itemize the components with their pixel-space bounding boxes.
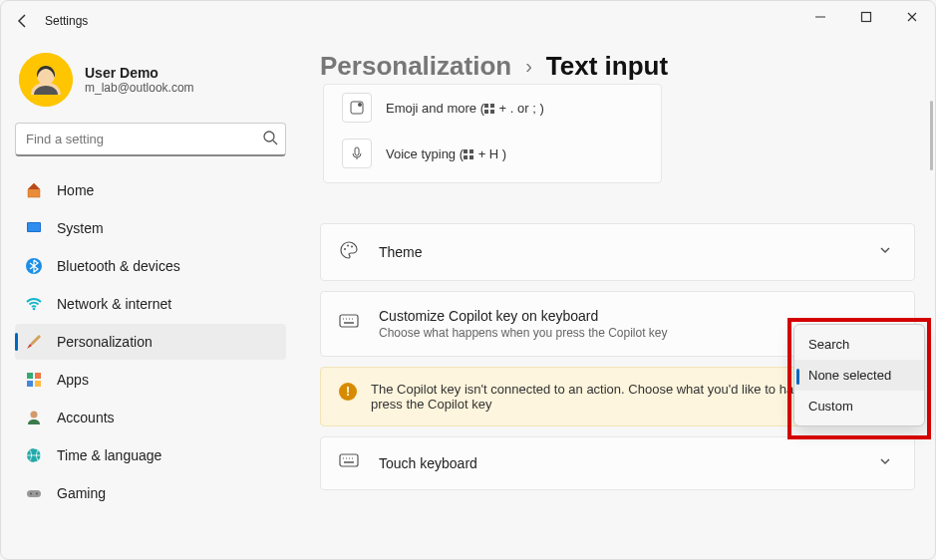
nav-accounts[interactable]: Accounts <box>15 400 286 435</box>
close-button[interactable] <box>889 1 935 33</box>
dropdown-option-custom[interactable]: Custom <box>794 391 924 421</box>
back-button[interactable] <box>7 5 39 37</box>
nav-gaming[interactable]: Gaming <box>15 475 286 511</box>
svg-point-16 <box>30 493 32 495</box>
window-controls <box>797 1 935 33</box>
nav-label: Gaming <box>57 485 106 501</box>
svg-rect-9 <box>27 373 33 379</box>
setting-title: Touch keyboard <box>379 455 856 471</box>
nav-label: System <box>57 220 104 236</box>
brush-icon <box>25 333 43 351</box>
nav-system[interactable]: System <box>15 210 286 246</box>
scrollbar[interactable] <box>930 101 933 170</box>
svg-point-17 <box>36 493 38 495</box>
breadcrumb-parent[interactable]: Personalization <box>320 51 511 82</box>
svg-point-22 <box>347 245 349 247</box>
svg-rect-12 <box>35 381 41 387</box>
nav-list: Home System Bluetooth & devices Network … <box>15 172 286 511</box>
nav-label: Personalization <box>57 334 153 350</box>
apps-icon <box>25 371 43 389</box>
voice-label: Voice typing ( + H ) <box>386 146 506 161</box>
sidebar: User Demo m_lab@outlook.com Home System … <box>1 41 300 559</box>
bluetooth-icon <box>25 257 43 275</box>
nav-label: Bluetooth & devices <box>57 258 180 274</box>
windows-key-icon <box>484 104 495 115</box>
nav-label: Home <box>57 182 94 198</box>
svg-rect-30 <box>340 454 358 466</box>
shortcuts-card: Emoji and more ( + . or ; ) Voice typing… <box>323 84 662 183</box>
windows-key-icon <box>464 149 474 160</box>
svg-point-19 <box>358 103 362 107</box>
nav-apps[interactable]: Apps <box>15 362 286 398</box>
minimize-button[interactable] <box>797 1 843 33</box>
dropdown-option-none[interactable]: None selected <box>794 360 924 391</box>
chevron-right-icon: › <box>525 55 532 78</box>
svg-rect-1 <box>862 13 871 22</box>
nav-home[interactable]: Home <box>15 172 286 208</box>
emoji-icon <box>342 93 372 123</box>
keyboard-icon <box>339 453 361 473</box>
dropdown-option-search[interactable]: Search <box>794 329 924 360</box>
nav-label: Network & internet <box>57 296 171 312</box>
svg-point-8 <box>33 308 36 311</box>
maximize-button[interactable] <box>843 1 889 33</box>
nav-label: Apps <box>57 372 89 388</box>
setting-title: Theme <box>379 244 856 260</box>
person-icon <box>25 409 43 426</box>
svg-rect-24 <box>340 315 358 327</box>
page-title: Text input <box>546 51 668 82</box>
chevron-down-icon <box>874 454 896 472</box>
nav-label: Accounts <box>57 410 115 425</box>
svg-line-4 <box>273 140 277 144</box>
nav-label: Time & language <box>57 447 161 463</box>
copilot-key-dropdown[interactable]: Search None selected Custom <box>793 324 925 426</box>
user-profile[interactable]: User Demo m_lab@outlook.com <box>15 49 286 123</box>
user-email: m_lab@outlook.com <box>85 81 194 95</box>
clock-globe-icon <box>25 446 43 464</box>
nav-network[interactable]: Network & internet <box>15 286 286 322</box>
theme-setting[interactable]: Theme <box>320 223 915 281</box>
svg-point-3 <box>264 132 274 141</box>
svg-rect-20 <box>355 147 359 155</box>
main-content: Personalization › Text input Emoji and m… <box>300 41 935 559</box>
gaming-icon <box>25 484 43 502</box>
wifi-icon <box>25 295 43 313</box>
mic-icon <box>342 139 372 168</box>
nav-personalization[interactable]: Personalization <box>15 324 286 360</box>
nav-time[interactable]: Time & language <box>15 437 286 473</box>
svg-rect-11 <box>27 381 33 387</box>
window-title: Settings <box>45 14 88 28</box>
emoji-label: Emoji and more ( + . or ; ) <box>386 101 544 116</box>
warning-icon: ! <box>339 383 357 401</box>
svg-point-23 <box>351 246 353 248</box>
chevron-down-icon <box>874 243 896 261</box>
voice-row[interactable]: Voice typing ( + H ) <box>324 131 661 176</box>
setting-title: Customize Copilot key on keyboard <box>379 308 896 324</box>
nav-bluetooth[interactable]: Bluetooth & devices <box>15 248 286 284</box>
search-input[interactable] <box>15 123 286 156</box>
avatar <box>19 53 73 107</box>
keyboard-icon <box>339 314 361 334</box>
search-box[interactable] <box>15 123 286 156</box>
touch-keyboard-setting[interactable]: Touch keyboard <box>320 436 915 490</box>
emoji-row[interactable]: Emoji and more ( + . or ; ) <box>324 85 661 131</box>
svg-rect-6 <box>28 223 40 231</box>
breadcrumb: Personalization › Text input <box>320 51 915 82</box>
user-name: User Demo <box>85 65 194 81</box>
home-icon <box>25 181 43 199</box>
svg-point-21 <box>344 248 346 250</box>
svg-rect-10 <box>35 373 41 379</box>
palette-icon <box>339 240 361 264</box>
system-icon <box>25 219 43 237</box>
titlebar: Settings <box>1 1 935 41</box>
svg-point-13 <box>31 412 38 419</box>
search-icon <box>262 130 278 149</box>
svg-rect-15 <box>27 490 41 497</box>
